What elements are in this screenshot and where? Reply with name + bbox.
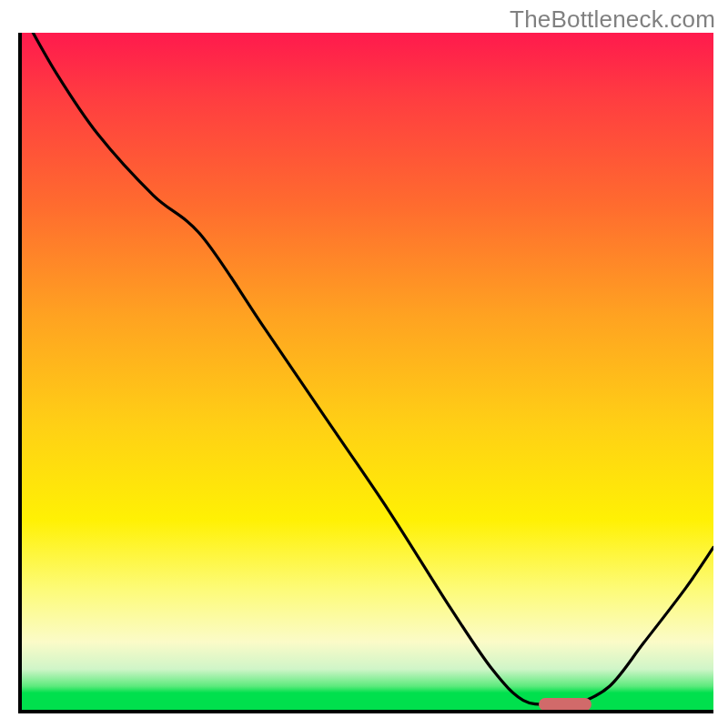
- watermark-text: TheBottleneck.com: [510, 5, 715, 34]
- curve-line: [22, 33, 713, 710]
- plot-area: [18, 33, 713, 713]
- optimal-range-marker: [539, 698, 592, 711]
- chart-canvas: TheBottleneck.com: [0, 0, 728, 728]
